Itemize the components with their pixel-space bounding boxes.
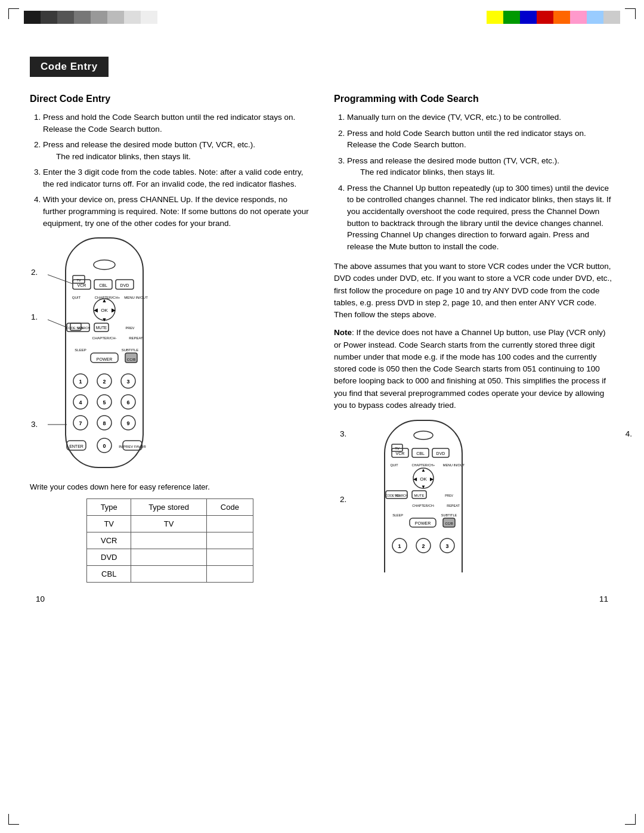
svg-text:◀: ◀ xyxy=(94,307,98,313)
left-remote-area: 2. 1. 3. VCR CBL DVD xyxy=(48,235,310,473)
svg-text:QUIT: QUIT xyxy=(390,463,398,467)
page-numbers: 10 11 xyxy=(30,594,614,603)
svg-text:DVD: DVD xyxy=(436,451,445,456)
svg-text:PREV: PREV xyxy=(445,494,453,497)
left-step-1: Press and hold the Code Search button un… xyxy=(43,112,310,135)
corner-br xyxy=(625,814,636,825)
corner-bl xyxy=(8,814,19,825)
svg-text:CC/B: CC/B xyxy=(445,522,453,525)
svg-text:2: 2 xyxy=(103,379,106,385)
svg-line-58 xyxy=(48,272,73,284)
color-bars xyxy=(0,0,644,24)
right-column: Programming with Code Search Manually tu… xyxy=(334,94,614,583)
right-step-3-indent: The red indicator blinks, then stays lit… xyxy=(360,166,614,178)
svg-point-1 xyxy=(94,260,115,270)
svg-text:POWER: POWER xyxy=(415,521,431,525)
svg-text:1: 1 xyxy=(398,543,401,549)
svg-text:0: 0 xyxy=(103,443,106,449)
table-row: TVTV xyxy=(87,516,253,532)
right-para-2-text: : If the device does not have a Channel … xyxy=(334,328,606,410)
table-cell xyxy=(131,532,206,549)
table-cell: DVD xyxy=(87,549,131,566)
svg-text:▲: ▲ xyxy=(102,298,107,304)
left-column: Direct Code Entry Press and hold the Cod… xyxy=(30,94,310,583)
svg-text:▼: ▼ xyxy=(102,317,107,323)
svg-text:CBL: CBL xyxy=(416,451,425,456)
table-header-type: Type xyxy=(87,499,131,516)
right-step-2: Press and hold Code Search button until … xyxy=(347,128,614,151)
svg-text:SUBTITLE: SUBTITLE xyxy=(122,348,139,352)
right-para-2: Note: If the device does not have a Chan… xyxy=(334,327,614,411)
right-step-3: Press and release the desired mode butto… xyxy=(347,155,614,178)
svg-text:SLEEP: SLEEP xyxy=(392,513,403,517)
svg-text:MUTE: MUTE xyxy=(96,326,107,330)
right-step-4: Press the Channel Up button repeatedly (… xyxy=(347,182,614,252)
svg-text:OK: OK xyxy=(101,308,108,313)
svg-text:VOL: VOL xyxy=(77,326,83,330)
svg-text:IN PREV FAVOR: IN PREV FAVOR xyxy=(119,445,146,448)
svg-text:VCR: VCR xyxy=(396,451,405,456)
svg-text:DVD: DVD xyxy=(120,283,129,287)
table-cell xyxy=(206,532,253,549)
page-number-left: 10 xyxy=(36,594,45,603)
svg-text:6: 6 xyxy=(126,400,129,405)
table-cell xyxy=(206,566,253,583)
svg-text:3: 3 xyxy=(126,379,129,385)
svg-text:4: 4 xyxy=(79,400,82,405)
right-para-1: The above assumes that you want to store… xyxy=(334,261,614,321)
table-header-type-stored: Type stored xyxy=(131,499,206,516)
svg-text:2: 2 xyxy=(422,543,425,549)
left-step-2: Press and release the desired mode butto… xyxy=(43,139,310,162)
svg-text:7: 7 xyxy=(79,420,82,426)
table-header-code: Code xyxy=(206,499,253,516)
svg-text:REPEAT: REPEAT xyxy=(129,336,143,340)
svg-text:CHAPTER/CH-: CHAPTER/CH- xyxy=(92,336,116,340)
right-steps-list: Manually turn on the device (TV, VCR, et… xyxy=(334,112,614,252)
page-content: Code Entry Direct Code Entry Press and h… xyxy=(0,24,644,627)
svg-text:MENU IN/OUT: MENU IN/OUT xyxy=(443,463,465,467)
svg-text:▶: ▶ xyxy=(112,307,116,313)
svg-text:VOL: VOL xyxy=(395,494,401,497)
left-label-1: 1. xyxy=(31,312,38,321)
table-cell: CBL xyxy=(87,566,131,583)
table-row: CBL xyxy=(87,566,253,583)
svg-text:▼: ▼ xyxy=(421,484,426,490)
svg-text:QUIT: QUIT xyxy=(72,296,81,299)
svg-text:▲: ▲ xyxy=(421,467,426,473)
svg-text:CHAPTER/CH-: CHAPTER/CH- xyxy=(412,504,435,507)
svg-text:TV: TV xyxy=(76,278,81,282)
svg-text:VCR: VCR xyxy=(78,283,86,287)
table-cell: TV xyxy=(131,516,206,532)
right-section-heading: Programming with Code Search xyxy=(334,94,614,104)
svg-text:SUBTITLE: SUBTITLE xyxy=(441,513,457,517)
svg-text:ENTER: ENTER xyxy=(69,444,83,448)
svg-text:1: 1 xyxy=(79,379,82,385)
left-label-2: 2. xyxy=(31,268,38,277)
write-codes-text: Write your codes down here for easy refe… xyxy=(30,482,310,491)
page-number-right: 11 xyxy=(599,594,608,603)
svg-text:▶: ▶ xyxy=(430,476,434,482)
table-header-row: Type Type stored Code xyxy=(87,499,253,516)
table-cell: VCR xyxy=(87,532,131,549)
right-label-2: 2. xyxy=(340,495,346,504)
svg-text:8: 8 xyxy=(103,420,106,426)
svg-line-59 xyxy=(48,317,67,327)
color-bar-right xyxy=(487,11,620,24)
left-remote-svg: VCR CBL DVD TV QUIT CHAPTER/CH+ MENU IN/… xyxy=(48,235,161,473)
table-cell xyxy=(131,566,206,583)
table-cell xyxy=(206,516,253,532)
table-cell xyxy=(206,549,253,566)
left-section-heading: Direct Code Entry xyxy=(30,94,310,104)
svg-text:9: 9 xyxy=(126,420,129,426)
svg-text:5: 5 xyxy=(103,400,106,405)
svg-text:MUTE: MUTE xyxy=(414,494,425,497)
svg-text:◀: ◀ xyxy=(413,476,417,482)
left-step-4: With your device on, press CHANNEL Up. I… xyxy=(43,194,310,229)
code-table: Type Type stored Code TVTVVCRDVDCBL xyxy=(86,498,253,583)
svg-text:POWER: POWER xyxy=(97,357,112,361)
svg-text:3: 3 xyxy=(445,543,448,549)
right-label-4: 4. xyxy=(626,429,632,438)
left-step-3: Enter the 3 digit code from the code tab… xyxy=(43,166,310,190)
two-column-layout: Direct Code Entry Press and hold the Cod… xyxy=(30,94,614,583)
table-row: VCR xyxy=(87,532,253,549)
